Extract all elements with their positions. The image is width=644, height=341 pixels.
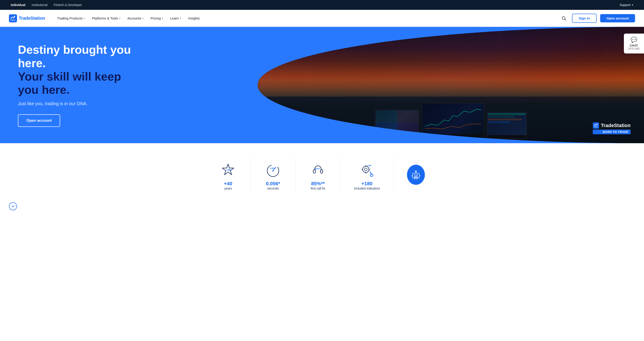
stat-indicators: +180 +180 included indicators — [340, 157, 394, 195]
accounts-chevron-icon: ▾ — [142, 17, 143, 20]
svg-rect-0 — [9, 14, 17, 22]
topbar-fintech[interactable]: Fintech & Developer — [54, 3, 82, 7]
robot-icon — [410, 169, 422, 180]
stat-indicators-value: +180 — [361, 181, 372, 187]
hero-subtitle: Just like you, trading is in our DNA. — [18, 101, 134, 106]
svg-text:+40: +40 — [226, 168, 231, 171]
monitor-right — [486, 112, 527, 139]
nav-right: Sign in Open account — [560, 14, 635, 23]
stat-indicators-label: included indicators — [354, 187, 380, 190]
stat-years-label: years — [224, 187, 232, 190]
nav-items: Trading Products ▾ Platforms & Tools ▾ A… — [54, 15, 560, 22]
chevron-down-icon — [11, 204, 15, 208]
svg-point-10 — [272, 170, 274, 171]
platforms-tools-chevron-icon: ▾ — [119, 17, 120, 20]
svg-point-16 — [364, 168, 367, 171]
desk-area — [258, 79, 644, 143]
accounts-label: Accounts — [128, 16, 141, 20]
stat-speed-icon-wrap: 0.056* — [264, 161, 282, 179]
logo[interactable]: TradeStation — [9, 14, 45, 22]
star-icon: +40 — [220, 162, 236, 178]
svg-line-3 — [564, 19, 566, 20]
chat-status: OFFLINE — [628, 47, 640, 50]
svg-rect-20 — [414, 175, 416, 176]
topbar-support[interactable]: Support ▾ — [620, 3, 633, 7]
headset-icon: 85%** — [310, 162, 326, 178]
monitor-center — [422, 103, 484, 139]
stat-speed-value: 0.056* — [266, 181, 280, 187]
hero-title-part1: Destiny brought you here. — [18, 43, 131, 70]
logo-text: TradeStation — [19, 16, 45, 21]
learn-chevron-icon: ▾ — [180, 17, 181, 20]
stat-service-label: first call fix — [310, 187, 325, 190]
chat-widget[interactable]: 💬 CHAT OFFLINE — [624, 34, 644, 54]
trading-products-chevron-icon: ▾ — [84, 17, 85, 20]
hero-ts-logo-icon — [593, 122, 599, 129]
insights-label: Insights — [188, 16, 200, 20]
stat-service: 85%** 85%** first call fix — [296, 157, 340, 195]
stat-years-value: +40 — [224, 181, 232, 187]
hero-brand: TradeStation BORN TO TRADE — [593, 122, 630, 134]
nav-platforms-tools[interactable]: Platforms & Tools ▾ — [89, 15, 123, 22]
stat-speed-label: seconds — [267, 187, 279, 190]
svg-point-15 — [363, 166, 369, 173]
nav-learn[interactable]: Learn ▾ — [167, 15, 184, 22]
svg-text:+180: +180 — [367, 164, 371, 167]
speedometer-icon: 0.056* — [265, 162, 281, 178]
hero-brand-logo: TradeStation — [593, 122, 630, 129]
open-account-nav-button[interactable]: Open account — [600, 14, 635, 22]
stat-robot-circle — [407, 165, 425, 185]
chat-bubble-icon: 💬 — [628, 37, 640, 43]
svg-rect-4 — [593, 122, 599, 129]
hero-open-account-button[interactable]: Open account — [18, 114, 60, 127]
born-to-trade-badge: BORN TO TRADE — [593, 130, 630, 134]
stat-years: +40 +40 years — [206, 157, 251, 195]
platforms-tools-label: Platforms & Tools — [92, 16, 118, 20]
search-button[interactable] — [560, 14, 568, 23]
learn-label: Learn — [170, 16, 179, 20]
main-nav: TradeStation Trading Products ▾ Platform… — [0, 10, 644, 27]
hero-brand-name: TradeStation — [601, 123, 630, 128]
stat-robot[interactable] — [394, 161, 438, 190]
svg-text:85%**: 85%** — [314, 168, 320, 170]
hero-section: Destiny brought you here. Your skill wil… — [0, 27, 644, 143]
hero-desk-image — [258, 27, 644, 143]
topbar-institutional[interactable]: Institutional — [32, 3, 48, 7]
hero-bg-curve — [258, 27, 644, 143]
support-chevron-icon: ▾ — [632, 4, 633, 7]
nav-insights[interactable]: Insights — [185, 15, 203, 22]
trading-products-label: Trading Products — [57, 16, 83, 20]
svg-point-23 — [415, 171, 416, 172]
svg-rect-26 — [414, 177, 418, 177]
stat-service-value: 85%** — [311, 181, 325, 187]
stats-section: +40 +40 years 0.056* 0.056* seconds 85%*… — [0, 143, 644, 204]
pricing-label: Pricing — [150, 16, 161, 20]
top-bar: Individual Institutional Fintech & Devel… — [0, 0, 644, 10]
hero-title: Destiny brought you here. Your skill wil… — [18, 43, 134, 97]
svg-rect-21 — [416, 175, 418, 176]
monitor-main — [375, 110, 420, 139]
pricing-chevron-icon: ▾ — [162, 17, 163, 20]
stat-robot-icon-wrap — [407, 166, 425, 184]
topbar-individual[interactable]: Individual — [11, 3, 25, 7]
svg-text:0.056*: 0.056* — [270, 167, 276, 169]
search-icon — [562, 16, 566, 21]
stat-service-icon-wrap: 85%** — [309, 161, 327, 179]
stat-speed: 0.056* 0.056* seconds — [251, 157, 296, 195]
stat-indicators-icon-wrap: +180 — [358, 161, 376, 179]
bottom-bar — [0, 204, 644, 213]
nav-accounts[interactable]: Accounts ▾ — [124, 15, 147, 22]
top-bar-left: Individual Institutional Fintech & Devel… — [11, 3, 82, 7]
hero-content: Destiny brought you here. Your skill wil… — [18, 43, 134, 127]
chat-label: CHAT — [628, 44, 640, 47]
sign-in-button[interactable]: Sign in — [572, 14, 596, 23]
scroll-down-button[interactable] — [9, 202, 17, 210]
tradestation-logo-icon — [9, 14, 17, 22]
gear-wrench-icon: +180 — [359, 162, 376, 178]
nav-pricing[interactable]: Pricing ▾ — [147, 15, 166, 22]
stat-years-icon-wrap: +40 — [219, 161, 237, 179]
nav-trading-products[interactable]: Trading Products ▾ — [54, 15, 88, 22]
support-label: Support — [620, 3, 630, 7]
hero-title-part2: Your skill will keep you here. — [18, 70, 121, 96]
